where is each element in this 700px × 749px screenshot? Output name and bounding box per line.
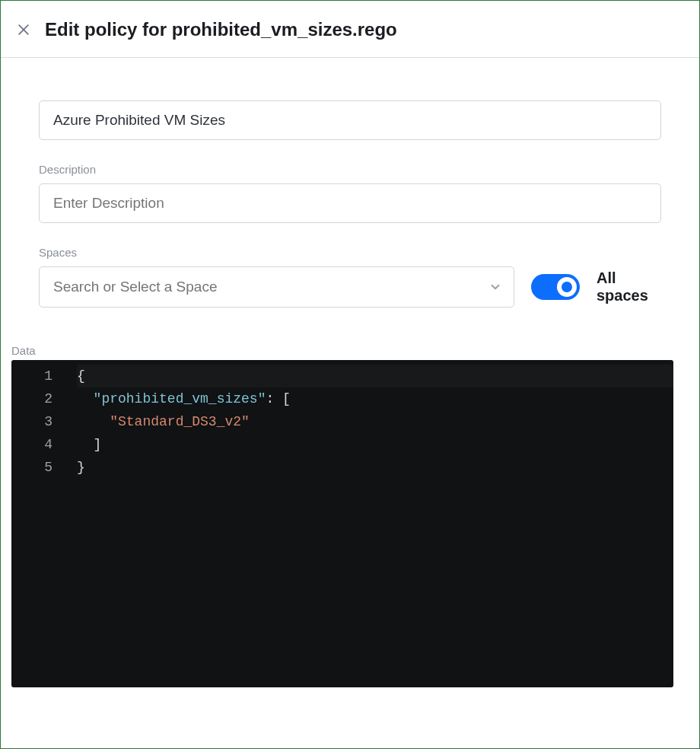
line-number: 4: [11, 433, 66, 456]
modal-title: Edit policy for prohibited_vm_sizes.rego: [45, 19, 397, 40]
spaces-field-group: Spaces All spaces: [39, 246, 661, 308]
name-field-group: [39, 100, 661, 140]
all-spaces-toggle[interactable]: [531, 274, 580, 300]
line-number: 2: [11, 387, 66, 410]
description-label: Description: [39, 163, 661, 176]
line-number: 5: [11, 456, 66, 479]
data-label: Data: [11, 344, 661, 357]
spaces-row: All spaces: [39, 266, 661, 308]
data-section: Data 1 2 3 4 5 { "prohibited_vm_sizes": …: [39, 344, 661, 687]
modal-content: Description Spaces All spaces Data: [1, 58, 699, 710]
all-spaces-label: All spaces: [597, 269, 661, 304]
spaces-select[interactable]: [39, 266, 514, 308]
line-number: 3: [11, 410, 66, 433]
close-icon[interactable]: [16, 22, 31, 37]
modal-header: Edit policy for prohibited_vm_sizes.rego: [1, 1, 699, 58]
spaces-select-wrap: [39, 266, 514, 308]
code-editor[interactable]: 1 2 3 4 5 { "prohibited_vm_sizes": [ "St…: [11, 360, 673, 687]
line-number: 1: [11, 365, 66, 387]
code-key: "prohibited_vm_sizes": [94, 391, 266, 406]
spaces-label: Spaces: [39, 246, 661, 259]
code-body[interactable]: { "prohibited_vm_sizes": [ "Standard_DS3…: [66, 360, 673, 687]
description-input[interactable]: [39, 183, 661, 223]
description-field-group: Description: [39, 163, 661, 223]
code-value: "Standard_DS3_v2": [110, 414, 250, 429]
code-gutter: 1 2 3 4 5: [11, 360, 66, 687]
toggle-knob: [557, 277, 577, 297]
policy-name-input[interactable]: [39, 100, 661, 140]
